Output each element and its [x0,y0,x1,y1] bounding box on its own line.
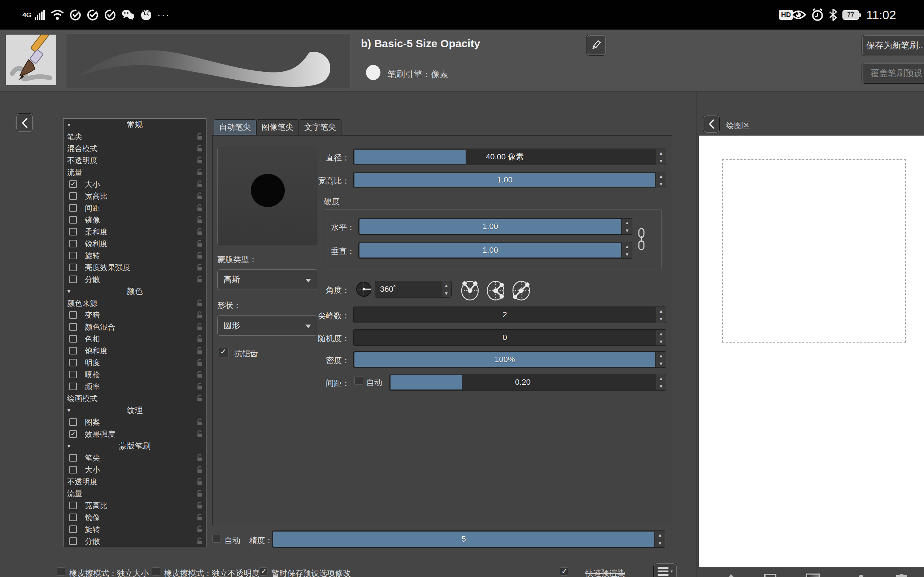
option-checkbox[interactable] [69,204,77,212]
sidebar-option[interactable]: 旋转 [63,523,206,535]
option-checkbox[interactable] [69,371,77,378]
option-checkbox[interactable] [69,264,77,271]
option-checkbox[interactable] [69,383,77,390]
scratchpad-canvas[interactable] [699,135,924,567]
precision-slider[interactable]: 5 ▲▼ [272,530,665,548]
vertical-spinner[interactable]: ▲▼ [622,242,632,258]
option-checkbox[interactable] [69,335,77,343]
lock-icon[interactable] [196,180,203,189]
option-checkbox[interactable] [69,430,77,438]
sidebar-option[interactable]: 颜色来源 [63,297,206,309]
sidebar-option[interactable]: 宽高比 [63,190,206,202]
sidebar-option[interactable]: 不透明度 [63,475,206,488]
link-hv-icon[interactable] [637,228,645,252]
horizontal-slider[interactable]: 1.00 ▲▼ [359,218,632,235]
horizontal-spinner[interactable]: ▲▼ [622,219,632,234]
lock-icon[interactable] [196,216,203,225]
spikes-slider[interactable]: 2 ▲▼ [353,306,666,323]
lock-icon[interactable] [196,299,203,308]
angle-preset-diagonal-button[interactable] [511,280,531,301]
lock-icon[interactable] [196,311,203,320]
lock-icon[interactable] [196,168,203,177]
brush-preset-thumbnail[interactable] [6,35,56,85]
lock-icon[interactable] [196,133,203,142]
collapse-scratchpad-button[interactable] [703,115,720,133]
lock-icon[interactable] [196,192,203,201]
angle-dial[interactable] [356,281,372,298]
option-checkbox[interactable] [69,252,77,259]
sidebar-option[interactable]: 喷枪 [63,369,206,380]
sidebar-option[interactable]: 分散 [63,535,206,547]
paint-tool-icon[interactable] [721,574,736,577]
save-new-brush-button[interactable]: 保存为新笔刷... [861,35,924,56]
option-checkbox[interactable] [69,347,77,355]
sidebar-section-header[interactable]: ▼颜色 [63,285,206,297]
temp-save-checkbox[interactable] [259,567,267,575]
collapse-settings-button[interactable] [16,113,33,132]
sidebar-option[interactable]: 不透明度 [63,154,206,166]
option-checkbox[interactable] [69,525,77,533]
tab-predefined-tip[interactable]: 图像笔尖 [256,119,299,135]
angle-preset-fan-up-button[interactable] [459,280,480,301]
sidebar-section-header[interactable]: ▼纹理 [63,404,206,416]
angle-spinner[interactable]: ▲▼ [441,281,451,297]
sidebar-option[interactable]: 饱和度 [63,345,206,357]
sidebar-option[interactable]: 流量 [63,166,206,178]
spacing-auto-checkbox[interactable] [354,376,363,385]
lock-icon[interactable] [196,240,203,249]
lock-icon[interactable] [196,514,203,522]
spacing-slider[interactable]: 0.20 ▲▼ [389,374,666,390]
sidebar-option[interactable]: 混合模式 [63,142,206,154]
sidebar-option[interactable]: 大小 [63,178,206,190]
option-checkbox[interactable] [69,192,77,200]
lock-icon[interactable] [196,228,203,237]
option-checkbox[interactable] [69,501,77,509]
sidebar-option[interactable]: 效果强度 [63,428,206,440]
option-checkbox[interactable] [69,323,77,331]
option-checkbox[interactable] [69,514,77,521]
sidebar-section-header[interactable]: ▼常规 [63,119,206,131]
precision-auto-checkbox[interactable] [212,534,221,543]
lock-icon[interactable] [196,466,203,475]
lock-icon[interactable] [196,323,203,332]
sidebar-option[interactable]: 旋转 [63,250,206,261]
sidebar-option[interactable]: 分散 [63,273,206,285]
overwrite-brush-button[interactable]: 覆盖笔刷预设 [861,63,924,84]
option-checkbox[interactable] [69,359,77,366]
option-checkbox[interactable] [69,537,77,545]
lock-icon[interactable] [196,395,203,403]
lock-icon[interactable] [196,335,203,344]
lock-icon[interactable] [196,501,203,511]
lock-icon[interactable] [196,537,203,546]
diameter-slider[interactable]: 40.00 像素 ▲▼ [353,148,666,165]
angle-preset-fan-right-button[interactable] [485,280,506,301]
sidebar-option[interactable]: 锐利度 [63,238,206,250]
fill-tool-icon[interactable] [852,574,866,577]
tab-auto-tip[interactable]: 自动笔尖 [214,119,256,135]
instant-preview-checkbox[interactable] [560,567,568,575]
density-spinner[interactable]: ▲▼ [656,351,666,367]
sidebar-option[interactable]: 宽高比 [63,500,206,511]
lock-icon[interactable] [196,371,203,380]
frame-tool-icon[interactable] [763,574,777,577]
sidebar-option[interactable]: 柔和度 [63,226,206,238]
sidebar-option[interactable]: 颜色混合 [63,321,206,333]
lock-icon[interactable] [196,156,203,166]
sidebar-option[interactable]: 间距 [63,202,206,214]
lock-icon[interactable] [196,276,203,285]
lock-icon[interactable] [196,347,203,356]
lock-icon[interactable] [196,145,203,154]
diameter-spinner[interactable]: ▲▼ [656,149,666,165]
lock-icon[interactable] [196,252,203,261]
lock-icon[interactable] [196,525,203,534]
sidebar-option[interactable]: 笔尖 [63,452,206,464]
sidebar-option[interactable]: 明度 [63,357,206,369]
option-checkbox[interactable] [69,228,77,235]
antialias-checkbox[interactable] [219,348,228,357]
option-checkbox[interactable] [69,466,77,474]
gradient-fill-tool-icon[interactable] [806,574,820,577]
option-checkbox[interactable] [69,180,77,188]
option-checkbox[interactable] [69,311,77,319]
lock-icon[interactable] [196,430,203,439]
sidebar-option[interactable]: 亮度效果强度 [63,261,206,273]
